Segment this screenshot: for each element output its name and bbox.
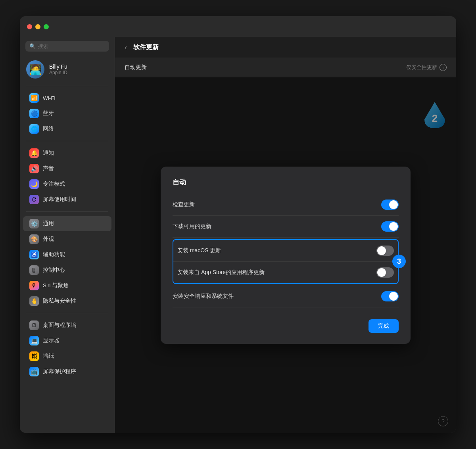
sidebar-item-focus[interactable]: 🌙 专注模式 (23, 177, 111, 192)
sidebar-section-notifications: 🔔 通知 🔊 声音 🌙 专注模式 ⏱ 屏幕使用时间 (20, 144, 115, 209)
badge-3: 3 (392, 255, 406, 268)
bluetooth-icon: 🔵 (29, 109, 39, 118)
sidebar-item-screensaver[interactable]: 📺 屏幕保护程序 (23, 364, 111, 379)
titlebar (20, 16, 456, 37)
notify-icon: 🔔 (29, 148, 39, 158)
sidebar: 🔍 🧑‍💻 Billy Fu Apple ID 📶 Wi-Fi (20, 37, 115, 433)
sidebar-label-privacy: 隐私与安全性 (43, 297, 76, 305)
auto-update-dialog: 自动 检查更新 下载可用的更新 (161, 167, 411, 344)
sidebar-section-desktop: 🖥 桌面与程序坞 💻 显示器 🖼 墙纸 📺 屏幕保护程序 (20, 316, 115, 381)
info-icon[interactable]: i (440, 64, 447, 71)
sidebar-item-network[interactable]: 🌐 网络 (23, 121, 111, 136)
sidebar-divider-1 (26, 86, 108, 86)
screensaver-icon: 📺 (29, 367, 39, 376)
sidebar-item-privacy[interactable]: 🤚 隐私与安全性 (23, 294, 111, 309)
search-input[interactable] (38, 43, 105, 49)
main-panel: ‹ 软件更新 自动更新 仅安全性更新 i (115, 37, 456, 433)
toggle-thumb-check-update (389, 200, 398, 209)
avatar: 🧑‍💻 (26, 60, 44, 79)
toggle-install-security[interactable] (381, 291, 399, 301)
search-bar[interactable]: 🔍 (25, 41, 109, 52)
sound-icon: 🔊 (29, 164, 39, 173)
sidebar-item-siri[interactable]: 🎙 Siri 与聚焦 (23, 278, 111, 293)
sidebar-label-siri: Siri 与聚焦 (43, 282, 69, 289)
toggle-label-install-appstore: 安装来自 App Store的应用程序更新 (177, 269, 376, 276)
toggle-thumb-install-appstore (377, 268, 386, 277)
dialog-overlay: 自动 检查更新 下载可用的更新 (115, 77, 456, 433)
minimize-button[interactable] (35, 24, 40, 29)
sidebar-label-wifi: Wi-Fi (43, 95, 55, 101)
sidebar-label-display: 显示器 (43, 337, 60, 344)
user-info: Billy Fu Apple ID (49, 63, 67, 75)
search-icon: 🔍 (29, 43, 36, 49)
sidebar-divider-4 (26, 313, 108, 313)
toggle-label-install-security: 安装安全响应和系统文件 (173, 293, 381, 300)
toggle-row-install-macos: 安装 macOS 更新 (173, 240, 398, 262)
highlighted-section-wrapper: 安装 macOS 更新 安装来自 App Store的应用程序更新 (173, 239, 399, 284)
sidebar-label-desktop: 桌面与程序坞 (43, 322, 76, 329)
toggle-check-update[interactable] (381, 200, 399, 210)
toggle-label-check-update: 检查更新 (173, 201, 381, 208)
sidebar-section-network: 📶 Wi-Fi 🔵 蓝牙 🌐 网络 (20, 88, 115, 138)
user-profile[interactable]: 🧑‍💻 Billy Fu Apple ID (20, 56, 115, 83)
sidebar-divider-3 (26, 211, 108, 212)
toggle-row-check-update: 检查更新 (173, 194, 399, 216)
toggle-install-macos[interactable] (376, 246, 394, 256)
sidebar-label-focus: 专注模式 (43, 180, 65, 188)
wallpaper-icon: 🖼 (29, 351, 39, 361)
toggle-label-download-update: 下载可用的更新 (173, 223, 381, 230)
sidebar-label-appearance: 外观 (43, 236, 54, 243)
sidebar-label-general: 通用 (43, 220, 54, 227)
sidebar-item-notify[interactable]: 🔔 通知 (23, 146, 111, 161)
sidebar-label-accessibility: 辅助功能 (43, 251, 65, 258)
security-only-section: 仅安全性更新 i (406, 64, 447, 71)
focus-icon: 🌙 (29, 179, 39, 189)
siri-icon: 🎙 (29, 281, 39, 290)
auto-update-label: 自动更新 (125, 64, 147, 71)
sidebar-item-appearance[interactable]: 🎨 外观 (23, 232, 111, 247)
appearance-icon: 🎨 (29, 234, 39, 244)
panel-content: 2 自动 检查更新 (115, 77, 456, 433)
wifi-icon: 📶 (29, 93, 39, 103)
sidebar-item-desktop[interactable]: 🖥 桌面与程序坞 (23, 318, 111, 333)
maximize-button[interactable] (44, 24, 49, 29)
sidebar-item-general[interactable]: ⚙️ 通用 (23, 216, 111, 231)
sidebar-label-screentime: 屏幕使用时间 (43, 196, 76, 203)
sidebar-item-accessibility[interactable]: ♿ 辅助功能 (23, 247, 111, 262)
traffic-lights (27, 24, 49, 29)
back-button[interactable]: ‹ (123, 43, 129, 52)
toggle-thumb-download-update (389, 222, 398, 231)
sidebar-item-control[interactable]: 🎛 控制中心 (23, 263, 111, 278)
sidebar-label-notify: 通知 (43, 150, 54, 157)
content-area: 🔍 🧑‍💻 Billy Fu Apple ID 📶 Wi-Fi (20, 37, 456, 433)
toggle-row-install-security: 安装安全响应和系统文件 (173, 286, 399, 307)
security-only-label: 仅安全性更新 (406, 64, 437, 71)
done-button[interactable]: 完成 (369, 319, 399, 333)
toggle-install-appstore[interactable] (376, 267, 394, 278)
control-icon: 🎛 (29, 265, 39, 275)
close-button[interactable] (27, 24, 32, 29)
toggle-thumb-install-security (389, 292, 398, 301)
sidebar-label-screensaver: 屏幕保护程序 (43, 368, 76, 375)
sidebar-item-display[interactable]: 💻 显示器 (23, 333, 111, 348)
avatar-emoji: 🧑‍💻 (29, 63, 42, 76)
sidebar-item-wifi[interactable]: 📶 Wi-Fi (23, 90, 111, 106)
network-icon: 🌐 (29, 124, 39, 134)
dialog-bottom: 完成 (173, 315, 399, 333)
general-icon: ⚙️ (29, 219, 39, 228)
sidebar-item-screentime[interactable]: ⏱ 屏幕使用时间 (23, 192, 111, 207)
toggle-download-update[interactable] (381, 221, 399, 232)
sidebar-label-bluetooth: 蓝牙 (43, 110, 54, 117)
sidebar-item-wallpaper[interactable]: 🖼 墙纸 (23, 349, 111, 364)
dialog-section-title: 自动 (173, 178, 399, 187)
sidebar-item-sound[interactable]: 🔊 声音 (23, 161, 111, 176)
sidebar-label-wallpaper: 墙纸 (43, 353, 54, 360)
panel-header: ‹ 软件更新 (115, 37, 456, 58)
sidebar-item-bluetooth[interactable]: 🔵 蓝牙 (23, 106, 111, 121)
highlighted-section: 安装 macOS 更新 安装来自 App Store的应用程序更新 (173, 239, 399, 284)
desktop-icon: 🖥 (29, 320, 39, 330)
panel-top-bar: 自动更新 仅安全性更新 i (115, 58, 456, 77)
screentime-icon: ⏱ (29, 195, 39, 204)
privacy-icon: 🤚 (29, 296, 39, 306)
main-window: 🔍 🧑‍💻 Billy Fu Apple ID 📶 Wi-Fi (20, 16, 456, 433)
